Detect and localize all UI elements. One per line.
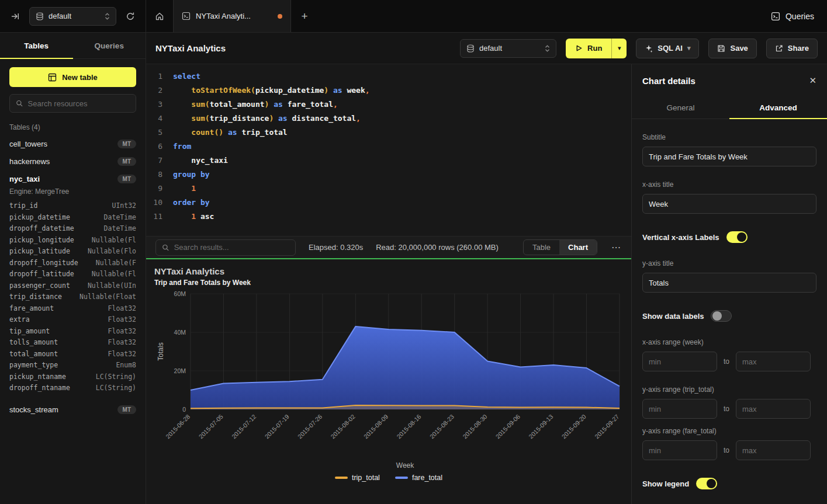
x-axis-range-week-min-input[interactable] [642, 352, 717, 371]
svg-text:2015-07-05: 2015-07-05 [197, 413, 224, 440]
run-button[interactable]: Run [566, 39, 611, 58]
column-row: extraFloat32 [0, 314, 146, 326]
column-row: trip_distanceNullable(Float [0, 291, 146, 303]
column-name: pickup_longitude [9, 235, 74, 246]
column-type: DateTime [104, 223, 136, 235]
vertical-x-axis-labels-toggle[interactable] [726, 231, 748, 243]
query-tab[interactable]: NYTaxi Analyti... [173, 0, 291, 32]
column-row: pickup_datetimeDateTime [0, 212, 146, 224]
save-button-label: Save [730, 44, 748, 53]
panel-tab-general-label: General [666, 103, 694, 112]
subtitle-input[interactable] [642, 147, 816, 166]
y-axis-range-fare-total-min-input[interactable] [642, 440, 717, 460]
column-type: Nullable(Float [79, 291, 136, 303]
column-name: pickup_ntaname [9, 371, 66, 383]
y-axis-title-input[interactable] [642, 273, 816, 293]
view-toggle-chart[interactable]: Chart [559, 240, 597, 255]
code-line: sum(total_amount) as fare_total, [173, 98, 338, 112]
run-button-group: Run ▾ [566, 39, 627, 58]
save-button[interactable]: Save [708, 39, 756, 58]
chevron-updown-icon [545, 44, 550, 53]
queries-button[interactable]: Queries [771, 12, 814, 21]
new-table-button[interactable]: New table [9, 67, 136, 87]
y-axis-range-trip-total-max-input[interactable] [736, 399, 811, 419]
show-legend-toggle[interactable] [696, 478, 717, 489]
database-selector[interactable]: default [29, 7, 116, 26]
run-options-button[interactable]: ▾ [611, 39, 627, 58]
editor-line: 3 sum(total_amount) as fare_total, [146, 98, 631, 112]
play-icon [575, 44, 583, 52]
panel-tab-general[interactable]: General [632, 97, 729, 119]
sidebar-tab-tables[interactable]: Tables [0, 33, 73, 58]
x-axis-title-input[interactable] [642, 194, 816, 214]
column-row: payment_typeEnum8 [0, 360, 146, 371]
svg-text:2015-06-28: 2015-06-28 [164, 413, 192, 440]
run-database-selector[interactable]: default [460, 39, 556, 58]
sidebar-tab-tables-label: Tables [24, 41, 49, 50]
sql-ai-button[interactable]: SQL AI ▾ [636, 39, 699, 58]
show-data-labels-label: Show data labels [642, 312, 704, 321]
svg-text:0: 0 [182, 406, 186, 413]
top-bar: default NYTaxi Analyti... + Queries [0, 0, 827, 33]
column-row: dropoff_datetimeDateTime [0, 223, 146, 235]
range-to-label: to [724, 446, 729, 454]
line-number: 10 [146, 196, 162, 210]
close-panel-button[interactable]: ✕ [809, 75, 816, 86]
show-data-labels-toggle[interactable] [711, 310, 732, 322]
panel-header: Chart details ✕ [632, 64, 827, 97]
table-row[interactable]: hackernewsMT [0, 152, 146, 170]
table-row[interactable]: stocks_streamMT [0, 401, 146, 419]
sidebar-tab-queries[interactable]: Queries [73, 33, 146, 58]
x-axis-range-week-max-input[interactable] [736, 352, 811, 371]
search-resources-input[interactable] [28, 99, 130, 108]
database-icon [36, 12, 44, 20]
line-number: 11 [146, 210, 162, 224]
chart-details-panel: Chart details ✕ General Advanced Subtitl… [631, 64, 827, 504]
collapse-sidebar-button[interactable] [7, 8, 23, 25]
line-number: 6 [146, 140, 162, 154]
home-button[interactable] [151, 8, 168, 25]
y-axis-range-fare-total-label: y-axis range (fare_total) [642, 427, 816, 435]
editor-line: 9 1 [146, 182, 631, 196]
results-more-button[interactable]: ⋯ [610, 242, 622, 253]
svg-text:2015-07-19: 2015-07-19 [263, 413, 290, 440]
column-name: fare_amount [9, 303, 54, 315]
chart-title: NYTaxi Analytics [154, 266, 623, 276]
search-results-input[interactable] [174, 243, 289, 252]
column-row: passenger_countNullable(UIn [0, 280, 146, 292]
table-icon [48, 73, 57, 82]
read-stat: Read: 20,000,000 rows (260.00 MB) [376, 243, 499, 252]
results-search-box[interactable] [155, 239, 296, 256]
refresh-button[interactable] [122, 8, 139, 25]
toggle-knob [707, 479, 716, 488]
column-type: Nullable(F [96, 258, 136, 269]
view-toggle-table[interactable]: Table [524, 240, 559, 255]
range-to-label: to [724, 357, 729, 366]
sidebar-search-box[interactable] [9, 94, 136, 113]
editor-line: 7 nyc_taxi [146, 154, 631, 168]
column-row: tolls_amountFloat32 [0, 337, 146, 349]
new-tab-button[interactable]: + [291, 0, 318, 32]
line-number: 5 [146, 126, 162, 140]
panel-tab-advanced[interactable]: Advanced [729, 97, 827, 119]
chart-subtitle: Trip and Fare Totals by Week [154, 279, 623, 287]
svg-text:2015-07-26: 2015-07-26 [296, 413, 324, 440]
table-engine-badge: MT [117, 157, 136, 166]
y-axis-range-trip-total-min-input[interactable] [642, 399, 717, 419]
editor-line: 1select [146, 69, 631, 84]
table-row[interactable]: cell_towersMT [0, 135, 146, 152]
legend-item[interactable]: trip_total [335, 474, 380, 482]
line-number: 9 [146, 182, 162, 196]
y-axis-range-fare-total-max-input[interactable] [736, 440, 811, 460]
legend-label: trip_total [352, 474, 380, 482]
column-type: Float32 [108, 337, 136, 349]
share-button[interactable]: Share [766, 39, 818, 58]
line-number: 4 [146, 112, 162, 126]
table-row[interactable]: nyc_taxiMT [0, 170, 146, 187]
column-type: Float32 [108, 349, 136, 360]
x-axis-title-label: x-axis title [642, 180, 816, 189]
legend-item[interactable]: fare_total [395, 474, 442, 482]
sql-editor[interactable]: 1select2 toStartOfWeek(pickup_datetime) … [146, 64, 631, 236]
query-icon [182, 12, 191, 20]
column-type: Nullable(UIn [88, 280, 136, 292]
